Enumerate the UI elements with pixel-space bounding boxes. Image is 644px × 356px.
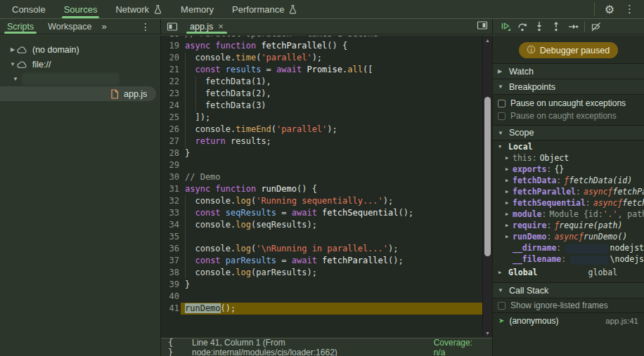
scrollbar-thumb[interactable] <box>484 97 491 256</box>
line-number[interactable]: 26 <box>161 124 179 136</box>
scope-variable-this[interactable]: ▶this:Object <box>493 152 644 164</box>
chevron-right-icon[interactable]: ▶ <box>505 200 513 206</box>
line-number[interactable]: 31 <box>161 183 179 195</box>
line-number[interactable]: 29 <box>161 159 179 171</box>
ignore-listed-frames-toggle[interactable]: Show ignore-listed frames <box>493 298 644 312</box>
tab-scripts[interactable]: Scripts <box>0 19 41 34</box>
editor-scrollbar[interactable]: ▲ ▼ <box>482 36 492 338</box>
call-stack-section-header[interactable]: ▼ Call Stack <box>493 282 644 298</box>
chevron-right-icon[interactable]: ▶ <box>505 223 513 228</box>
line-number[interactable]: 35 <box>161 231 179 243</box>
tree-item-file-[interactable]: ▼file:// <box>0 57 160 72</box>
line-number[interactable]: 30 <box>161 171 179 183</box>
code-line[interactable]: 20 console.time('parallel'); <box>161 52 482 64</box>
breakpoints-section-header[interactable]: ▼ Breakpoints <box>493 79 644 94</box>
line-number[interactable]: 28 <box>161 147 179 159</box>
code-line[interactable]: 25 ]); <box>161 112 482 124</box>
chevron-down-icon[interactable]: ▼ <box>11 76 20 82</box>
breakpoint-option[interactable]: Pause on caught exceptions <box>493 110 644 122</box>
chevron-down-icon[interactable]: ▼ <box>8 61 17 67</box>
scope-section-header[interactable]: ▼ Scope <box>493 125 644 140</box>
tree-item--no-domain-[interactable]: ▶(no domain) <box>0 42 160 57</box>
loader-link[interactable]: node:internal/modules/cjs/loader:1662 <box>192 348 335 356</box>
line-number[interactable]: 37 <box>161 255 179 267</box>
line-number[interactable]: 38 <box>161 267 179 279</box>
tab-sources[interactable]: Sources <box>55 0 107 18</box>
line-number[interactable]: 36 <box>161 243 179 255</box>
tree-item-app.js[interactable]: app.js <box>0 86 156 101</box>
scope-variable-runDemo[interactable]: ▶runDemo:async ƒ runDemo() <box>493 231 644 242</box>
chevron-right-icon[interactable]: ▶ <box>8 46 17 53</box>
resume-button[interactable] <box>497 20 514 34</box>
kebab-menu-icon[interactable]: ⋮ <box>141 21 150 32</box>
scope-variable-fetchSequential[interactable]: ▶fetchSequential:async ƒ fetchSequential… <box>493 197 644 209</box>
chevron-right-icon[interactable]: ▶ <box>505 234 513 239</box>
tab-performance[interactable]: Performance <box>223 0 307 18</box>
code-line[interactable]: 24 fetchData(3) <box>161 100 482 112</box>
sidebar-toggle-icon[interactable] <box>477 20 488 30</box>
braces-icon[interactable]: { } <box>168 338 185 356</box>
code-line[interactable]: 27 return results; <box>161 136 482 147</box>
tree-item-redacted[interactable]: ▼ <box>0 72 160 86</box>
tab-workspace[interactable]: Workspace <box>41 19 98 34</box>
line-number[interactable]: 23 <box>161 88 179 100</box>
code-line-execution[interactable]: 41runDemo(); <box>161 303 482 315</box>
step-out-button[interactable] <box>548 20 565 34</box>
line-number[interactable]: 20 <box>161 52 179 64</box>
line-number[interactable]: 24 <box>161 100 179 112</box>
line-number[interactable]: 40 <box>161 291 179 303</box>
line-number[interactable]: 27 <box>161 136 179 147</box>
line-number[interactable]: 34 <box>161 219 179 231</box>
code-line[interactable]: 33 const seqResults = await fetchSequent… <box>161 207 482 219</box>
step-button[interactable] <box>565 20 581 34</box>
line-number[interactable]: 32 <box>161 195 179 207</box>
kebab-menu-icon[interactable]: ⋮ <box>619 3 640 15</box>
editor-tab-appjs[interactable]: app.js × <box>185 19 228 34</box>
chevron-right-icon[interactable]: ▶ <box>505 166 513 172</box>
scope-local-group[interactable]: ▼ Local <box>493 140 644 152</box>
scroll-up-icon[interactable]: ▲ <box>483 38 492 43</box>
scope-variable-module[interactable]: ▶module:Module {id: '.', path <box>493 209 644 220</box>
scope-variable-require[interactable]: ▶require:ƒ require(path) <box>493 220 644 231</box>
navigator-toggle-icon[interactable] <box>167 22 178 32</box>
tab-network[interactable]: Network <box>106 0 172 18</box>
code-viewport[interactable]: 18// Parallel operation - takes 1 second… <box>161 36 492 338</box>
line-number[interactable]: 22 <box>161 76 179 88</box>
code-line[interactable]: 40 <box>161 291 482 303</box>
chevron-right-icon[interactable]: ▶ <box>505 155 513 161</box>
scroll-down-icon[interactable]: ▼ <box>483 331 492 336</box>
code-line[interactable]: 19async function fetchParallel() { <box>161 40 482 52</box>
checkbox[interactable] <box>498 112 505 120</box>
step-over-button[interactable] <box>514 20 531 34</box>
gear-icon[interactable]: ⚙ <box>600 3 619 16</box>
chevron-right-icon[interactable]: ▶ <box>505 178 513 183</box>
line-number[interactable]: 39 <box>161 279 179 291</box>
line-number[interactable]: 41 <box>161 303 179 315</box>
scope-variable-filename[interactable]: __filename:\nodejs <box>493 253 644 265</box>
line-number[interactable]: 19 <box>161 40 179 52</box>
deactivate-breakpoints-button[interactable] <box>588 20 605 34</box>
scope-global-group[interactable]: ▶ Global global <box>493 267 644 278</box>
code-line[interactable]: 21 const results = await Promise.all([ <box>161 64 482 76</box>
tab-console[interactable]: Console <box>3 0 55 18</box>
step-into-button[interactable] <box>531 20 548 34</box>
code-line[interactable]: 28} <box>161 147 482 159</box>
breakpoint-option[interactable]: Pause on uncaught exceptions <box>493 97 644 110</box>
code-line[interactable]: 29 <box>161 159 482 171</box>
line-number[interactable]: 25 <box>161 112 179 124</box>
scope-variable-fetchParallel[interactable]: ▶fetchParallel:async ƒ fetchParallel() <box>493 186 644 197</box>
scope-variable-exports[interactable]: ▶exports:{} <box>493 164 644 175</box>
watch-section-header[interactable]: ▶ Watch <box>493 63 644 79</box>
scope-variable-dirname[interactable]: __dirname:nodejst <box>493 242 644 253</box>
code-line[interactable]: 30// Demo <box>161 171 482 183</box>
code-line[interactable]: 34 console.log(seqResults); <box>161 219 482 231</box>
code-line[interactable]: 32 console.log('Running sequentially...'… <box>161 195 482 207</box>
code-line[interactable]: 36 console.log('\nRunning in parallel...… <box>161 243 482 255</box>
code-line[interactable]: 31async function runDemo() { <box>161 183 482 195</box>
checkbox[interactable] <box>498 100 505 107</box>
code-line[interactable]: 22 fetchData(1), <box>161 76 482 88</box>
call-stack-frame[interactable]: ➤ (anonymous) app.js:41 <box>493 312 644 328</box>
code-line[interactable]: 39} <box>161 279 482 291</box>
code-line[interactable]: 37 const parResults = await fetchParalle… <box>161 255 482 267</box>
overflow-chevron[interactable]: » <box>99 21 110 32</box>
